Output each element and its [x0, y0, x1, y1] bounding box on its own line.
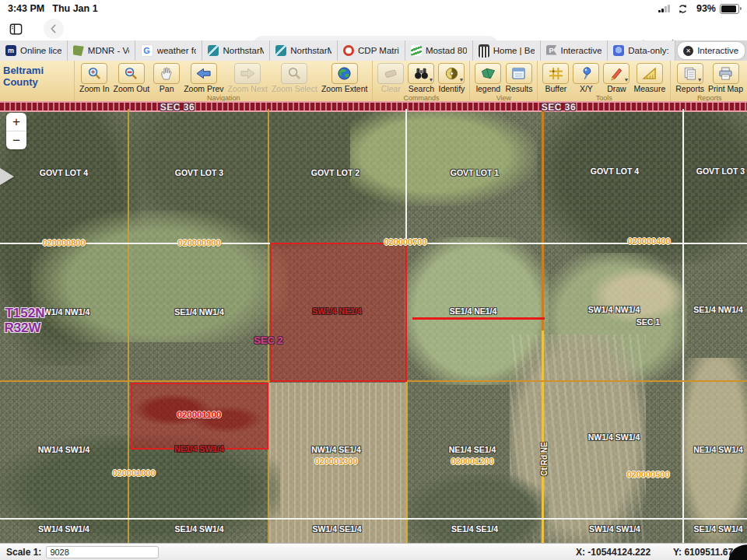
zoom-out-button[interactable]: −	[6, 131, 26, 149]
measure-icon	[637, 63, 663, 84]
flag-p-favicon: P	[546, 45, 557, 56]
x-y-button[interactable]: X/Y	[573, 63, 599, 94]
arrow-right-icon	[234, 63, 261, 84]
browser-tab[interactable]: Home | Belt...	[473, 40, 541, 61]
toolbar-button-label: Buffer	[545, 85, 567, 94]
terrain-patch	[350, 105, 537, 206]
buffer-icon	[542, 63, 569, 84]
tab-label: NorthstarM...	[223, 46, 264, 55]
reports-icon: ▼	[677, 63, 703, 84]
tab-label: CDP Matrix	[358, 46, 399, 55]
bank-favicon	[479, 44, 489, 58]
sidebar-icon[interactable]	[6, 19, 25, 38]
pan-button[interactable]: Pan	[153, 63, 180, 94]
zoom-select-icon	[281, 63, 307, 84]
map-viewport[interactable]: SEC 36SEC 36GOVT LOT 4GOVT LOT 3GOVT LOT…	[0, 101, 747, 543]
browser-tab[interactable]: mOnline licer	[0, 40, 68, 61]
tab-close-icon[interactable]: ✕	[683, 46, 693, 56]
pushpin-icon	[573, 63, 599, 84]
reports-button[interactable]: ▼Reports	[675, 63, 704, 94]
identify-button[interactable]: ▼Identify	[438, 63, 465, 94]
browser-tab[interactable]: PInteractive...	[541, 40, 608, 61]
browser-tab[interactable]: CDP Matrix	[338, 40, 405, 61]
browser-tab[interactable]: Mostad 80...	[405, 40, 473, 61]
zoom-select-button[interactable]: Zoom Select	[272, 63, 317, 94]
pan-icon	[153, 63, 180, 84]
highlighted-parcel[interactable]	[131, 383, 268, 450]
pencil-icon: ▼	[603, 63, 630, 84]
tab-label: NorthstarM...	[290, 46, 331, 55]
data-favicon	[613, 45, 624, 56]
bottom-status-bar: Scale 1: X: -10544124.222 Y: 6109511.671…	[0, 543, 747, 560]
terrain-patch	[405, 237, 549, 385]
toolbar-button-label: Pan	[160, 85, 174, 94]
scale-input[interactable]	[46, 546, 159, 558]
buffer-button[interactable]: Buffer	[542, 63, 569, 94]
highlighted-parcel[interactable]	[270, 243, 407, 382]
mn-state-favicon	[73, 45, 84, 56]
results-button[interactable]: Results	[505, 63, 532, 94]
app-title: Beltrami County	[0, 61, 75, 101]
toolbar-button-label: Clear	[381, 85, 401, 94]
m-badge-favicon: m	[5, 45, 16, 56]
tab-label: Home | Belt...	[493, 46, 535, 55]
screen: 3:43 PM Thu Jan 1 93% arcgis.co.beltrami…	[0, 0, 747, 560]
map-zoom-control: + −	[6, 113, 26, 149]
zoom-in-button[interactable]: +Zoom In	[79, 63, 110, 94]
toolbar-button-label: legend	[476, 85, 501, 94]
terrain-patch	[510, 334, 646, 543]
print-map-button[interactable]: Print Map	[708, 63, 743, 94]
status-left: 3:43 PM Thu Jan 1	[8, 3, 98, 14]
dropdown-arrow-icon[interactable]: ▼	[697, 77, 703, 82]
legend-button[interactable]: legend	[475, 63, 501, 94]
zoom-in-button[interactable]: +	[6, 113, 26, 131]
x-coordinate: X: -10544124.222	[576, 547, 651, 558]
toolbar-button-label: Draw	[607, 85, 626, 94]
measure-button[interactable]: Measure	[633, 63, 665, 94]
browser-tab[interactable]: Gweather for...	[135, 40, 203, 61]
terrain-patch	[537, 101, 747, 264]
status-right: 93%	[658, 0, 739, 18]
browser-tab[interactable]: NorthstarM...	[270, 40, 338, 61]
toolbar-group-commands: Clear▼Search▼IdentifyCommands	[373, 61, 470, 101]
back-button[interactable]	[44, 19, 64, 39]
legend-icon	[475, 63, 501, 84]
toolbar-button-label: Zoom Out	[114, 85, 150, 94]
gis-toolbar: Beltrami County +Zoom InZoom OutPanZoom …	[0, 61, 747, 102]
dropdown-arrow-icon[interactable]: ▼	[428, 77, 433, 82]
browser-tab[interactable]: MDNR - Veh...	[68, 40, 135, 61]
tab-label: Online licer	[20, 46, 61, 55]
terrain-patch	[409, 474, 549, 543]
toolbar-group-tools: BufferX/Y▼DrawMeasureTools	[538, 61, 671, 101]
clear-button[interactable]: Clear	[377, 63, 404, 94]
browser-tab[interactable]: NorthstarM...	[202, 40, 270, 61]
browser-nav-bar: arcgis.co.beltrami.mn.us S B	[0, 17, 747, 40]
battery-icon	[720, 4, 739, 14]
battery-percent: 93%	[696, 3, 716, 14]
terrain-patch	[591, 268, 685, 323]
clock: 3:43 PM	[8, 3, 44, 14]
toolbar-button-label: Zoom In	[79, 85, 110, 94]
dropdown-arrow-icon[interactable]: ▼	[458, 77, 464, 82]
search-button[interactable]: ▼Search	[408, 63, 434, 94]
zoom-extent-button[interactable]: Zoom Extent	[321, 63, 368, 94]
toolbar-group-reports: ▼ReportsPrint MapReports	[671, 61, 747, 101]
zoom-next-button[interactable]: Zoom Next	[228, 63, 268, 94]
browser-tab[interactable]: Data-only:...	[608, 40, 675, 61]
terrain-patch	[0, 436, 280, 543]
mostad-favicon	[411, 45, 422, 56]
zoom-out-icon	[118, 63, 145, 84]
toolbar-button-label: Zoom Prev	[184, 85, 223, 94]
terrain-patch	[681, 358, 747, 543]
zoom-prev-button[interactable]: Zoom Prev	[184, 63, 223, 94]
svg-text:+: +	[91, 68, 95, 76]
toolbar-button-label: Search	[409, 85, 434, 94]
dropdown-arrow-icon[interactable]: ▼	[623, 77, 629, 82]
browser-tab[interactable]: ✕Interactive...	[678, 42, 745, 59]
zoom-out-button[interactable]: Zoom Out	[114, 63, 150, 94]
binoculars-icon: ▼	[408, 63, 434, 84]
zoom-in-icon: +	[81, 63, 107, 84]
northstar-favicon	[208, 45, 219, 56]
draw-button[interactable]: ▼Draw	[603, 63, 630, 94]
panel-expand-arrow[interactable]	[0, 168, 14, 185]
